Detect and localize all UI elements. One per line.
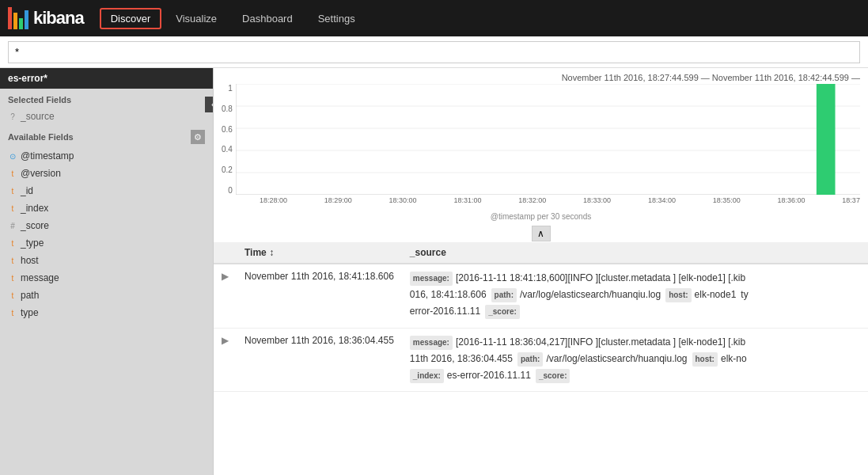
field-type2-label: type [21, 307, 39, 318]
available-fields-header: Available Fields ⚙ [0, 125, 213, 147]
field-type-question: ? [8, 112, 17, 121]
source-tag-score-2: _score: [536, 369, 570, 383]
source-value-host-2: elk-no [721, 352, 747, 367]
chart-x-labels: 18:28:00 18:29:00 18:30:00 18:31:00 18:3… [236, 195, 860, 204]
x-label-1833: 18:33:00 [583, 196, 611, 204]
y-label-1: 1 [228, 84, 233, 93]
chart-collapse-area: ∧ [222, 222, 860, 245]
nav-settings[interactable]: Settings [307, 8, 366, 29]
logo-bar-4 [25, 10, 28, 29]
source-value-path-2: /var/log/elasticsearch/huanqiu.log [546, 352, 687, 367]
search-input[interactable] [8, 41, 860, 63]
field-icon-t-type2: t [8, 309, 17, 317]
time-cell-2: November 11th 2016, 18:36:04.455 [237, 328, 402, 392]
sidebar-field-index[interactable]: t _index [0, 200, 213, 217]
source-cell-2: message: [2016-11-11 18:36:04,217][INFO … [402, 328, 868, 392]
field-message-label: message [21, 272, 59, 283]
logo-bar-2 [13, 13, 17, 29]
source-value-host-1: elk-node1 [695, 287, 737, 302]
source-tag-host-2: host: [692, 352, 718, 367]
logo-bar-3 [19, 18, 23, 29]
svg-rect-7 [817, 84, 836, 195]
kibana-logo: kibana [8, 7, 84, 29]
source-cell-1: message: [2016-11-11 18:41:18,600][INFO … [402, 264, 868, 328]
col-expand [214, 242, 237, 264]
source-tag-score-1: _score: [485, 305, 520, 319]
source-tag-path-2: path: [517, 352, 543, 367]
x-label-1830: 18:30:00 [389, 196, 417, 204]
field-icon-t-type: t [8, 239, 17, 248]
logo-bars [8, 7, 30, 29]
col-time-header[interactable]: Time ↕ [237, 242, 402, 264]
sidebar-field-path[interactable]: t path [0, 287, 213, 304]
field-icon-t-path: t [8, 291, 17, 300]
available-fields-title: Available Fields [8, 132, 74, 142]
source-tag-host-1: host: [665, 288, 691, 302]
sidebar-field-version[interactable]: t @version [0, 165, 213, 182]
chart-y-axis: 1 0.8 0.6 0.4 0.2 0 [222, 84, 236, 211]
sidebar-index: es-error* [0, 68, 213, 89]
chart-collapse-icon[interactable]: ∧ [532, 226, 551, 241]
results-table: Time ↕ _source ▶ November 11th 2016, 18:… [214, 242, 868, 392]
y-label-0.6: 0.6 [222, 125, 233, 134]
chart-inner: 1 0.8 0.6 0.4 0.2 0 [222, 84, 860, 211]
sidebar-field-score[interactable]: # _score [0, 217, 213, 234]
field-icon-clock: ⊙ [8, 152, 17, 161]
x-label-1832: 18:32:00 [518, 196, 546, 204]
source-value-date-1: 016, 18:41:18.606 [410, 287, 487, 302]
source-row-1b: 016, 18:41:18.606 path: /var/log/elastic… [410, 287, 860, 302]
x-label-1836: 18:36:00 [778, 196, 805, 204]
x-label-1831: 18:31:00 [453, 196, 481, 204]
source-row-1c: error-2016.11.11 _score: [410, 304, 860, 319]
nav-visualize[interactable]: Visualize [165, 8, 228, 29]
y-label-0.2: 0.2 [222, 165, 233, 174]
field-version-label: @version [21, 168, 61, 179]
field-index-label: _index [21, 203, 48, 214]
available-fields-gear-button[interactable]: ⚙ [191, 130, 205, 144]
field-icon-t-host: t [8, 256, 17, 265]
source-value-message-2: [2016-11-11 18:36:04,217][INFO ][cluster… [456, 335, 745, 350]
sidebar-field-type2[interactable]: t type [0, 304, 213, 321]
x-label-1837: 18:37 [842, 196, 860, 204]
source-tag-message-2: message: [410, 336, 453, 350]
sidebar-field-message[interactable]: t message [0, 269, 213, 287]
sidebar-field-host[interactable]: t host [0, 252, 213, 269]
main-layout: es-error* ‹ Selected Fields ? _source Av… [0, 68, 868, 475]
table-row: ▶ November 11th 2016, 18:41:18.606 messa… [214, 264, 868, 328]
logo-bar-1 [8, 7, 12, 29]
field-icon-t-index: t [8, 204, 17, 213]
sidebar-field-id[interactable]: t _id [0, 182, 213, 200]
sidebar-collapse-button[interactable]: ‹ [205, 97, 214, 112]
sidebar-field-type[interactable]: t _type [0, 234, 213, 252]
nav-discover[interactable]: Discover [100, 8, 162, 29]
source-row-2a: message: [2016-11-11 18:36:04,217][INFO … [410, 335, 860, 350]
field-id-label: _id [21, 185, 33, 196]
field-timestamp-label: @timestamp [21, 150, 74, 162]
field-icon-t-message: t [8, 274, 17, 283]
source-value-path-1: /var/log/elasticsearch/huanqiu.log [520, 287, 661, 302]
content-area: November 11th 2016, 18:27:44.599 — Novem… [214, 68, 868, 475]
table-row: ▶ November 11th 2016, 18:36:04.455 messa… [214, 328, 868, 392]
source-tag-index-2: _index: [410, 369, 444, 383]
sidebar-field-timestamp[interactable]: ⊙ @timestamp [0, 147, 213, 165]
chart-svg [236, 84, 860, 195]
top-navigation: kibana Discover Visualize Dashboard Sett… [0, 0, 868, 36]
source-value-type-snippet-1: ty [741, 287, 748, 302]
field-icon-hash-score: # [8, 222, 17, 230]
table-header-row: Time ↕ _source [214, 242, 868, 264]
chart-container: 1 0.8 0.6 0.4 0.2 0 [214, 84, 868, 242]
y-label-0.4: 0.4 [222, 145, 233, 154]
expand-icon-1[interactable]: ▶ [222, 271, 229, 282]
search-bar [0, 36, 868, 68]
selected-fields-title: Selected Fields [0, 89, 213, 108]
col-time-label: Time [244, 247, 267, 258]
expand-cell-2: ▶ [214, 328, 237, 392]
expand-icon-2[interactable]: ▶ [222, 335, 229, 346]
source-value-index-2: es-error-2016.11.11 [447, 368, 531, 383]
nav-dashboard[interactable]: Dashboard [231, 8, 304, 29]
source-row-1a: message: [2016-11-11 18:41:18,600][INFO … [410, 271, 860, 286]
source-row-2b: 11th 2016, 18:36:04.455 path: /var/log/e… [410, 352, 860, 367]
chart-footer-label: @timestamp per 30 seconds [222, 211, 860, 222]
field-path-label: path [21, 290, 39, 301]
x-label-1834: 18:34:00 [648, 196, 676, 204]
